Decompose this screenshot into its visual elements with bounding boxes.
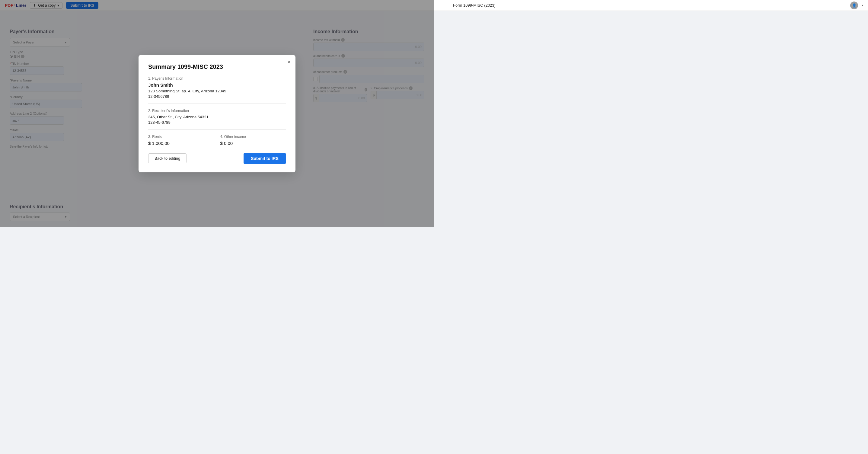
modal-payer-section: 1. Payer's Information John Smith 123 So… [148, 77, 286, 99]
modal-payer-section-label: 1. Payer's Information [148, 77, 286, 81]
modal-payer-name: John Smith [148, 83, 286, 88]
modal-other-income-label: 4. Other income [220, 134, 286, 139]
summary-modal: × Summary 1099-MISC 2023 1. Payer's Info… [138, 55, 296, 172]
modal-income-section: 3. Rents $ 1.000,00 4. Other income $ 0,… [148, 134, 286, 146]
modal-recipient-section-label: 2. Recipient's Information [148, 109, 286, 113]
modal-footer: Back to editing Submit to IRS [148, 153, 286, 164]
modal-rents-label: 3. Rents [148, 134, 214, 139]
modal-rents-col: 3. Rents $ 1.000,00 [148, 134, 214, 146]
modal-title: Summary 1099-MISC 2023 [148, 63, 286, 70]
modal-divider-1 [148, 103, 286, 104]
modal-recipient-address: 345, Other St., City, Arizona 54321 [148, 115, 286, 119]
modal-recipient-tin: 123-45-6789 [148, 120, 286, 125]
modal-other-income-col: 4. Other income $ 0,00 [214, 134, 286, 146]
modal-backdrop: × Summary 1099-MISC 2023 1. Payer's Info… [0, 0, 434, 227]
modal-divider-2 [148, 129, 286, 130]
submit-to-irs-button[interactable]: Submit to IRS [244, 153, 286, 164]
modal-other-income-value: $ 0,00 [220, 141, 286, 146]
modal-rents-value: $ 1.000,00 [148, 141, 214, 146]
modal-payer-address: 123 Something St. ap. 4, City, Arizona 1… [148, 89, 286, 93]
modal-recipient-section: 2. Recipient's Information 345, Other St… [148, 109, 286, 125]
back-to-editing-button[interactable]: Back to editing [148, 153, 187, 163]
modal-payer-tin: 12-3456789 [148, 94, 286, 99]
modal-close-button[interactable]: × [287, 59, 291, 65]
